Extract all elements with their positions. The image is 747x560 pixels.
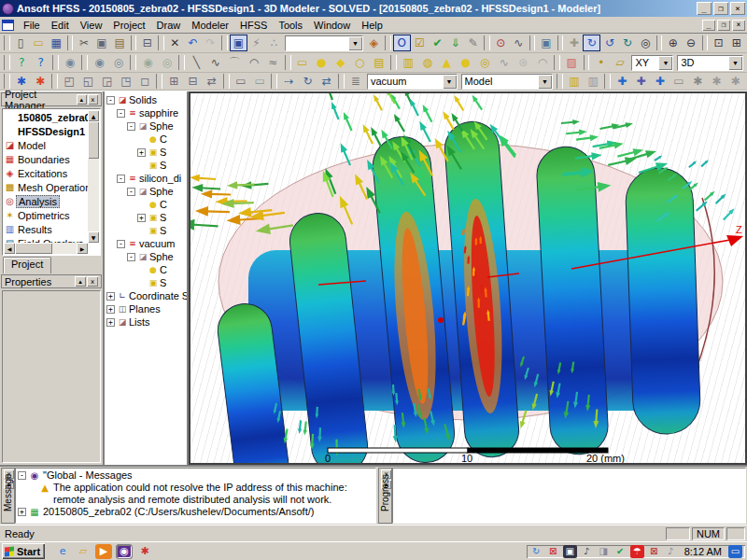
scroll-left-icon[interactable]: ◀ (4, 243, 15, 254)
paste-icon[interactable]: ▤ (111, 35, 129, 51)
collapse-icon[interactable]: ▴ (77, 94, 87, 105)
project-tree-item-hfssdesign1-e[interactable]: HFSSDesign1 (E (4, 124, 88, 138)
dropdown-arrow-icon[interactable]: ▼ (538, 75, 552, 89)
rotate-objects-icon[interactable]: ↻ (298, 73, 317, 90)
snap-grid-icon[interactable]: ✚ (651, 73, 669, 90)
start-button[interactable]: Start (2, 543, 45, 559)
expand-node-icon[interactable]: + (18, 508, 26, 516)
remote-machine-icon[interactable]: ⚡ (247, 35, 265, 51)
relative-cs-icon[interactable]: ✱ (688, 73, 707, 90)
sweep-icon[interactable]: ≣ (346, 73, 365, 90)
analyze-all-icon[interactable]: ✔ (429, 35, 446, 51)
open-region-icon[interactable]: ▥ (565, 73, 584, 90)
scroll-up-icon[interactable]: ▲ (88, 110, 99, 121)
new-icon[interactable]: ▯ (12, 35, 30, 51)
menu-draw[interactable]: Draw (151, 18, 187, 33)
folder-icon[interactable]: ▱ (75, 544, 92, 559)
redo-icon[interactable]: ↷ (202, 35, 219, 51)
o-tool-icon[interactable]: O (393, 35, 411, 51)
move-icon[interactable]: ⇢ (279, 73, 298, 90)
modeler-tree-item-c[interactable]: ●C (106, 263, 187, 276)
restore-button[interactable]: ❐ (713, 2, 728, 15)
child-restore-button[interactable]: ❐ (717, 20, 730, 31)
project-tree-item-results[interactable]: ▥Results (4, 222, 88, 236)
delete-icon[interactable]: ✕ (166, 35, 184, 51)
draw-helix-icon[interactable]: ∿ (495, 54, 514, 71)
plot-mesh-icon[interactable]: ⊙ (492, 35, 510, 51)
whats-this-icon[interactable]: ? (31, 54, 50, 71)
scroll-down-icon[interactable]: ▼ (88, 231, 99, 243)
menu-file[interactable]: File (18, 18, 46, 33)
dropdown-arrow-icon[interactable]: ▼ (658, 56, 672, 70)
project-tree-item-boundaries[interactable]: ▦Boundaries (4, 152, 88, 166)
model-combo[interactable]: Model▼ (461, 74, 553, 90)
project-tree-item-model[interactable]: ◪Model (4, 138, 88, 152)
rotate-screen-icon[interactable]: ↻ (619, 35, 637, 51)
message-warning-row[interactable]: ▲ The application could not resolve the … (18, 482, 374, 506)
antivirus-status-icon[interactable]: ✔ (613, 545, 627, 558)
collapse-icon[interactable]: - (127, 253, 135, 261)
draw-polyline-icon[interactable]: ≈ (263, 54, 283, 71)
collapse-icon[interactable]: - (106, 96, 115, 105)
object-cs-icon[interactable]: ✱ (726, 73, 745, 90)
validate-icon[interactable]: ☑ (411, 35, 429, 51)
local-machine-icon[interactable]: ▣ (230, 35, 247, 51)
draw-ellipse-icon[interactable]: ○ (350, 54, 370, 71)
menu-modeler[interactable]: Modeler (186, 18, 234, 33)
snap-vertex-icon[interactable]: ✚ (613, 73, 631, 90)
display-adapter-icon[interactable]: ▣ (563, 545, 577, 558)
hide-all-icon[interactable]: ◎ (158, 54, 177, 71)
split-icon[interactable]: ▭ (250, 73, 269, 90)
pan-icon[interactable]: ✚ (565, 35, 583, 51)
close-icon[interactable]: x (87, 276, 98, 287)
modeler-tree-item-solids[interactable]: -◪Solids (106, 93, 187, 106)
menu-project[interactable]: Project (107, 18, 150, 33)
child-close-button[interactable]: × (732, 20, 745, 31)
project-tree-item-field-overlays[interactable]: ▧Field Overlays (4, 236, 88, 243)
help-icon[interactable]: ? (12, 54, 32, 71)
project-tree-item-150805-zebra02-[interactable]: 150805_zebra02* (4, 110, 88, 124)
windows-update-icon[interactable]: ↻ (529, 545, 543, 558)
modeler-tree-item-c[interactable]: ●C (106, 133, 187, 146)
modeler-tree-item-s[interactable]: +▣S (106, 146, 187, 159)
menu-view[interactable]: View (75, 18, 108, 33)
speaker-icon[interactable]: ♪ (664, 545, 678, 558)
project-tree-item-mesh-operation[interactable]: ▩Mesh Operation (4, 180, 88, 194)
dropdown-arrow-icon[interactable]: ▼ (728, 56, 742, 70)
media-player-icon[interactable]: ▶ (95, 544, 112, 559)
mirror-icon[interactable]: ⇄ (317, 73, 336, 90)
draw-box-icon[interactable]: ▥ (399, 54, 418, 71)
message-global-row[interactable]: - ◉ "Global - Messages (18, 469, 374, 482)
collapse-icon[interactable]: - (117, 175, 125, 183)
collapse-icon[interactable]: - (127, 122, 135, 131)
zoom-out-icon[interactable]: ⊖ (682, 35, 699, 51)
draw-torus-icon[interactable]: ◎ (475, 54, 495, 71)
modeler-tree-item-sphe[interactable]: -◪Sphe (106, 250, 187, 263)
collapse-icon[interactable]: ▴ (75, 276, 86, 287)
cut-icon[interactable]: ✂ (75, 35, 92, 51)
expand-icon[interactable]: + (106, 318, 115, 327)
edit-sources-icon[interactable]: ✎ (464, 35, 482, 51)
modeler-tree-item-s[interactable]: ▣S (106, 224, 187, 237)
hfss-icon[interactable]: ◉ (116, 544, 133, 559)
dropdown-arrow-icon[interactable]: ▼ (443, 75, 457, 89)
collapse-icon[interactable]: - (117, 240, 125, 248)
fields-plot-icon[interactable]: ✱ (12, 73, 31, 90)
draw-spiral-icon[interactable]: ⊛ (514, 54, 533, 71)
draw-arc-center-icon[interactable]: ⌒ (225, 54, 245, 71)
duplicate-around-axis-icon[interactable]: ⊟ (183, 73, 202, 90)
fit-all-icon[interactable]: ⊞ (727, 35, 745, 51)
dynamic-zoom-icon[interactable]: ◎ (637, 35, 655, 51)
minimize-button[interactable]: _ (697, 2, 712, 15)
draw-spline-icon[interactable]: ∿ (206, 54, 226, 71)
boolean-subtract-icon[interactable]: ◱ (78, 73, 97, 90)
modeler-tree-item-coordinate-s[interactable]: +∟Coordinate S (106, 289, 187, 302)
boolean-intersect-icon[interactable]: ◲ (98, 73, 117, 90)
modeler-tree-item-sapphire[interactable]: -≡sapphire (106, 106, 187, 119)
menu-window[interactable]: Window (308, 18, 356, 33)
create-region-icon[interactable]: ▥ (584, 73, 602, 90)
project-tree-item-optimetrics[interactable]: ✶Optimetrics (4, 208, 88, 222)
modeler-tree-item-s[interactable]: ▣S (106, 276, 187, 289)
duplicate-mirror-icon[interactable]: ⇄ (203, 73, 221, 90)
menu-tools[interactable]: Tools (273, 18, 308, 33)
